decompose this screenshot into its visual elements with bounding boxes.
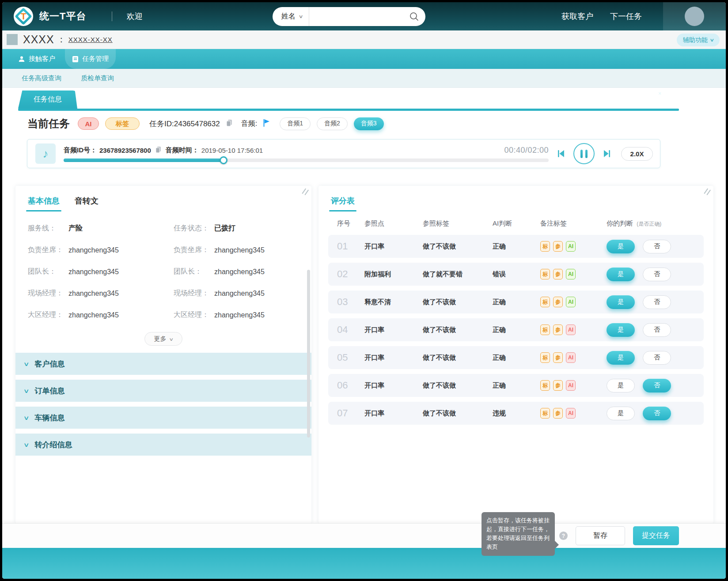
tag-badge-can[interactable]: 参 [553,324,563,335]
row-point: 开口率 [364,242,423,251]
row-ai-judgment: 违规 [493,409,540,418]
tab-speech-to-text[interactable]: 音转文 [75,196,99,211]
no-button[interactable]: 否 [643,323,671,337]
no-button[interactable]: 否 [643,407,671,420]
subnav-task-advanced-query[interactable]: 任务高级查询 [22,74,61,83]
playback-speed-button[interactable]: 2.0X [621,147,653,161]
yes-button[interactable]: 是 [607,323,635,337]
tag-badge-biao[interactable]: 标 [540,241,550,252]
score-table-header: 序号 参照点 参照标签 AI判断 备注标签 你的判断 (是否正确) [318,211,713,228]
tag-badge-ai[interactable]: AI [566,408,576,419]
nav-item-label: 接触客户 [29,55,55,63]
tag-badge-can[interactable]: 参 [553,297,563,307]
audio-button-3[interactable]: 音频3 [354,117,384,130]
hold-button[interactable]: 暂存 [576,526,625,545]
tab-task-info-label: 任务信息 [34,95,62,104]
col-header-no: 序号 [337,219,364,228]
nav-item-contact-customer[interactable]: 接触客户 [11,49,62,69]
tag-badge-biao[interactable]: 标 [540,352,550,363]
flag-icon[interactable] [263,119,270,129]
no-button[interactable]: 否 [643,240,671,253]
tag-badge-can[interactable]: 参 [553,380,563,391]
score-panel-tabs: 评分表 [318,186,713,211]
avatar[interactable] [685,7,704,26]
submit-task-button[interactable]: 提交任务 [633,526,679,545]
tag-badge-biao[interactable]: 标 [540,297,550,307]
tag-badge-ai[interactable]: AI [566,380,576,391]
player-meta: 音频ID号： 23678923567800 音频时间： 2019-05-10 1… [64,146,549,155]
row-number: 03 [337,296,364,308]
audio-button-2[interactable]: 音频2 [317,117,348,130]
section-0-header[interactable]: ∨客户信息 [15,353,311,375]
yes-button[interactable]: 是 [607,295,635,309]
current-task-title: 当前任务 [27,117,70,131]
search-category-select[interactable]: 姓名 ∨ [273,7,309,26]
section-1-header[interactable]: ∨订单信息 [15,380,311,402]
row-note-badges: 标参AI [540,352,607,363]
tag-badge-can[interactable]: 参 [553,352,563,363]
tag-badge[interactable]: 标签 [105,117,140,130]
tag-badge-can[interactable]: 参 [553,269,563,279]
row-number: 01 [337,241,364,252]
tag-badge-biao[interactable]: 标 [540,324,550,335]
tab-score-sheet[interactable]: 评分表 [331,196,355,211]
subnav-qc-sheet-query[interactable]: 质检单查询 [81,74,114,83]
tag-badge-ai[interactable]: AI [566,297,576,307]
no-button[interactable]: 否 [643,268,671,281]
no-button[interactable]: 否 [643,379,671,392]
pause-button[interactable] [573,143,595,164]
aux-functions-button[interactable]: 辅助功能 ∨ [677,34,720,46]
aux-functions-label: 辅助功能 [683,36,708,44]
yes-button[interactable]: 是 [607,379,635,392]
chevron-down-icon: ∨ [298,14,303,19]
tag-badge-can[interactable]: 参 [553,241,563,252]
next-task-link[interactable]: 下一任务 [610,11,642,22]
row-ai-judgment: 正确 [493,242,540,251]
section-2-header[interactable]: ∨车辆信息 [15,407,311,429]
no-button[interactable]: 否 [643,295,671,309]
copy-icon[interactable] [155,146,161,155]
tag-badge-biao[interactable]: 标 [540,408,550,419]
row-number: 05 [337,352,364,363]
app-logo-icon: T [14,7,33,26]
nav-item-task-management[interactable]: 任务管理 [65,46,116,69]
yes-button[interactable]: 是 [607,240,635,253]
copy-icon[interactable] [226,119,232,128]
more-button[interactable]: 更多 ∨ [144,332,182,346]
tag-badge-ai[interactable]: AI [566,352,576,363]
yes-button[interactable]: 是 [607,407,635,420]
progress-thumb[interactable] [220,156,228,164]
help-icon[interactable]: ? [559,532,568,540]
tag-badge-ai[interactable]: AI [566,269,576,279]
footer-bar: ? 暂存 提交任务 [2,523,726,548]
search-input[interactable] [309,7,409,26]
tag-badge-biao[interactable]: 标 [540,380,550,391]
no-button[interactable]: 否 [643,351,671,365]
legend-square-icon [7,34,18,45]
tag-badge-ai[interactable]: AI [566,241,576,252]
section-title: 订单信息 [35,386,65,396]
skip-back-button[interactable] [557,149,566,158]
col-header-judgment-note: (是否正确) [637,221,661,227]
left-panel-scrollbar[interactable] [307,270,310,438]
yes-button[interactable]: 是 [607,268,635,281]
yes-button[interactable]: 是 [607,351,635,365]
table-row: 02附加福利做了就不要错错误标参AI是否 [328,263,704,286]
section-3-header[interactable]: ∨转介绍信息 [15,434,311,456]
get-customer-link[interactable]: 获取客户 [561,11,593,22]
info-field-value: zhangcheng345 [214,290,265,298]
close-icon[interactable]: × [658,91,661,97]
progress-bar[interactable] [64,158,549,162]
audio-button-1[interactable]: 音频1 [280,117,311,130]
tab-basic-info[interactable]: 基本信息 [28,196,60,211]
info-value-link[interactable]: XXXX-XX-XX [68,36,113,43]
ai-badge[interactable]: AI [78,117,99,130]
info-field-label: 现场经理： [174,289,214,298]
row-point: 附加福利 [364,270,423,279]
search-icon[interactable] [409,11,425,22]
tag-badge-biao[interactable]: 标 [540,269,550,279]
tag-badge-can[interactable]: 参 [553,408,563,419]
tab-task-info[interactable]: 任务信息 [18,91,77,109]
skip-forward-button[interactable] [602,149,611,158]
tag-badge-ai[interactable]: AI [566,324,576,335]
